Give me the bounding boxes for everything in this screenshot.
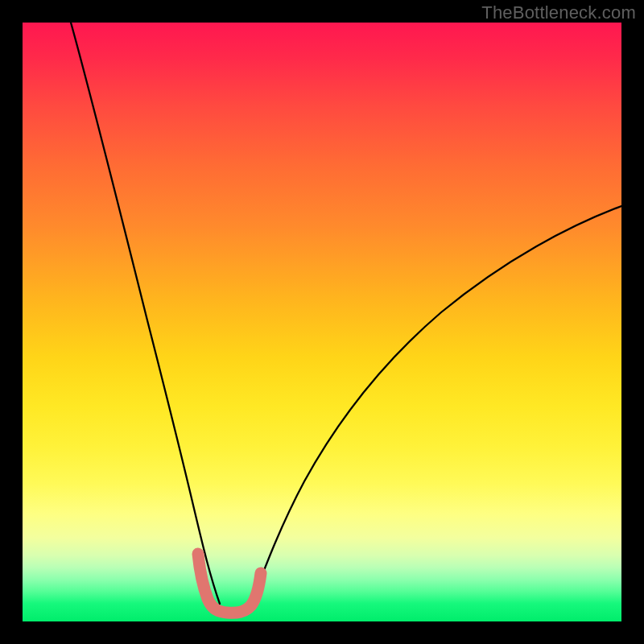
watermark-text: TheBottleneck.com — [481, 2, 636, 23]
plot-area — [23, 23, 621, 621]
left-curve — [71, 23, 220, 604]
chart-frame: TheBottleneck.com — [0, 0, 644, 644]
right-curve — [251, 206, 621, 604]
curve-layer — [23, 23, 621, 621]
